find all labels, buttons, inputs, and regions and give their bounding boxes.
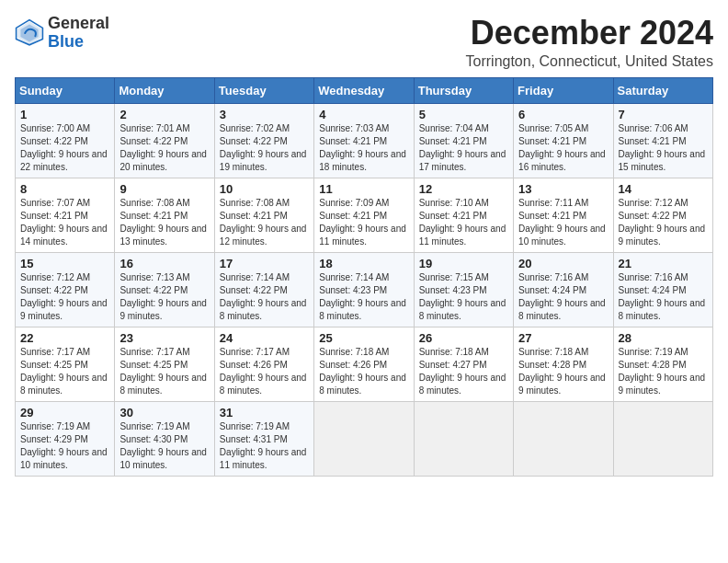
day-info: Sunrise: 7:07 AMSunset: 4:21 PMDaylight:… xyxy=(20,198,108,247)
calendar-cell: 3 Sunrise: 7:02 AMSunset: 4:22 PMDayligh… xyxy=(214,103,313,178)
day-info: Sunrise: 7:16 AMSunset: 4:24 PMDaylight:… xyxy=(518,272,606,321)
day-number: 20 xyxy=(518,257,608,270)
weekday-header-row: SundayMondayTuesdayWednesdayThursdayFrid… xyxy=(16,77,713,103)
day-number: 11 xyxy=(319,182,408,196)
calendar-cell: 29 Sunrise: 7:19 AMSunset: 4:29 PMDaylig… xyxy=(16,401,115,476)
day-number: 10 xyxy=(220,182,309,196)
day-info: Sunrise: 7:19 AMSunset: 4:29 PMDaylight:… xyxy=(20,421,108,470)
calendar-cell: 11 Sunrise: 7:09 AMSunset: 4:21 PMDaylig… xyxy=(314,178,414,252)
calendar-cell xyxy=(314,401,414,476)
calendar-week-3: 15 Sunrise: 7:12 AMSunset: 4:22 PMDaylig… xyxy=(16,252,713,327)
day-info: Sunrise: 7:14 AMSunset: 4:22 PMDaylight:… xyxy=(220,272,307,321)
calendar-cell: 7 Sunrise: 7:06 AMSunset: 4:21 PMDayligh… xyxy=(613,103,712,178)
month-title: December 2024 xyxy=(466,15,713,52)
calendar-cell: 27 Sunrise: 7:18 AMSunset: 4:28 PMDaylig… xyxy=(514,327,613,401)
day-info: Sunrise: 7:18 AMSunset: 4:28 PMDaylight:… xyxy=(518,347,606,396)
day-info: Sunrise: 7:11 AMSunset: 4:21 PMDaylight:… xyxy=(518,198,606,247)
calendar-week-5: 29 Sunrise: 7:19 AMSunset: 4:29 PMDaylig… xyxy=(16,401,713,476)
weekday-header-thursday: Thursday xyxy=(414,77,513,103)
weekday-header-sunday: Sunday xyxy=(16,77,115,103)
calendar-cell: 4 Sunrise: 7:03 AMSunset: 4:21 PMDayligh… xyxy=(314,103,414,178)
day-info: Sunrise: 7:09 AMSunset: 4:21 PMDaylight:… xyxy=(319,198,406,247)
day-number: 27 xyxy=(518,331,608,345)
day-info: Sunrise: 7:19 AMSunset: 4:28 PMDaylight:… xyxy=(619,347,706,396)
calendar-week-2: 8 Sunrise: 7:07 AMSunset: 4:21 PMDayligh… xyxy=(16,178,713,252)
calendar-cell: 15 Sunrise: 7:12 AMSunset: 4:22 PMDaylig… xyxy=(16,252,115,327)
day-info: Sunrise: 7:10 AMSunset: 4:21 PMDaylight:… xyxy=(419,198,506,247)
day-number: 28 xyxy=(619,331,708,345)
day-number: 25 xyxy=(319,331,408,345)
calendar-cell: 12 Sunrise: 7:10 AMSunset: 4:21 PMDaylig… xyxy=(414,178,513,252)
calendar-cell: 21 Sunrise: 7:16 AMSunset: 4:24 PMDaylig… xyxy=(613,252,712,327)
day-info: Sunrise: 7:04 AMSunset: 4:21 PMDaylight:… xyxy=(419,123,506,172)
title-area: December 2024 Torrington, Connecticut, U… xyxy=(466,15,713,70)
calendar-cell: 8 Sunrise: 7:07 AMSunset: 4:21 PMDayligh… xyxy=(16,178,115,252)
day-number: 4 xyxy=(319,108,408,121)
day-number: 18 xyxy=(319,257,408,270)
day-info: Sunrise: 7:00 AMSunset: 4:22 PMDaylight:… xyxy=(20,123,108,172)
day-number: 7 xyxy=(619,108,708,121)
day-info: Sunrise: 7:03 AMSunset: 4:21 PMDaylight:… xyxy=(319,123,406,172)
logo: General Blue xyxy=(15,15,109,52)
day-number: 15 xyxy=(20,257,109,270)
calendar-cell: 1 Sunrise: 7:00 AMSunset: 4:22 PMDayligh… xyxy=(16,103,115,178)
location-title: Torrington, Connecticut, United States xyxy=(466,53,713,70)
weekday-header-friday: Friday xyxy=(514,77,613,103)
day-info: Sunrise: 7:01 AMSunset: 4:22 PMDaylight:… xyxy=(119,123,207,172)
day-number: 31 xyxy=(220,406,309,419)
calendar-cell: 25 Sunrise: 7:18 AMSunset: 4:26 PMDaylig… xyxy=(314,327,414,401)
day-number: 9 xyxy=(119,182,209,196)
calendar-cell xyxy=(613,401,712,476)
day-number: 23 xyxy=(119,331,209,345)
day-info: Sunrise: 7:19 AMSunset: 4:30 PMDaylight:… xyxy=(119,421,207,470)
logo-icon xyxy=(15,18,44,48)
day-info: Sunrise: 7:12 AMSunset: 4:22 PMDaylight:… xyxy=(619,198,706,247)
day-info: Sunrise: 7:08 AMSunset: 4:21 PMDaylight:… xyxy=(220,198,307,247)
calendar-cell: 6 Sunrise: 7:05 AMSunset: 4:21 PMDayligh… xyxy=(514,103,613,178)
calendar-cell: 17 Sunrise: 7:14 AMSunset: 4:22 PMDaylig… xyxy=(214,252,313,327)
day-info: Sunrise: 7:02 AMSunset: 4:22 PMDaylight:… xyxy=(220,123,307,172)
day-info: Sunrise: 7:14 AMSunset: 4:23 PMDaylight:… xyxy=(319,272,406,321)
day-number: 1 xyxy=(20,108,109,121)
day-info: Sunrise: 7:17 AMSunset: 4:25 PMDaylight:… xyxy=(119,347,207,396)
day-info: Sunrise: 7:17 AMSunset: 4:26 PMDaylight:… xyxy=(220,347,307,396)
day-number: 17 xyxy=(220,257,309,270)
day-number: 5 xyxy=(419,108,508,121)
calendar-cell: 16 Sunrise: 7:13 AMSunset: 4:22 PMDaylig… xyxy=(115,252,214,327)
day-number: 6 xyxy=(518,108,608,121)
day-info: Sunrise: 7:13 AMSunset: 4:22 PMDaylight:… xyxy=(119,272,207,321)
weekday-header-monday: Monday xyxy=(115,77,214,103)
calendar-cell: 5 Sunrise: 7:04 AMSunset: 4:21 PMDayligh… xyxy=(414,103,513,178)
day-number: 2 xyxy=(119,108,209,121)
logo-blue: Blue xyxy=(48,32,84,51)
weekday-header-wednesday: Wednesday xyxy=(314,77,414,103)
calendar-week-1: 1 Sunrise: 7:00 AMSunset: 4:22 PMDayligh… xyxy=(16,103,713,178)
day-info: Sunrise: 7:16 AMSunset: 4:24 PMDaylight:… xyxy=(619,272,706,321)
calendar-cell: 23 Sunrise: 7:17 AMSunset: 4:25 PMDaylig… xyxy=(115,327,214,401)
day-info: Sunrise: 7:19 AMSunset: 4:31 PMDaylight:… xyxy=(220,421,307,470)
day-info: Sunrise: 7:15 AMSunset: 4:23 PMDaylight:… xyxy=(419,272,506,321)
calendar-week-4: 22 Sunrise: 7:17 AMSunset: 4:25 PMDaylig… xyxy=(16,327,713,401)
day-number: 16 xyxy=(119,257,209,270)
weekday-header-saturday: Saturday xyxy=(613,77,712,103)
calendar-cell: 20 Sunrise: 7:16 AMSunset: 4:24 PMDaylig… xyxy=(514,252,613,327)
day-number: 14 xyxy=(619,182,708,196)
day-info: Sunrise: 7:18 AMSunset: 4:26 PMDaylight:… xyxy=(319,347,406,396)
day-number: 22 xyxy=(20,331,109,345)
day-info: Sunrise: 7:05 AMSunset: 4:21 PMDaylight:… xyxy=(518,123,606,172)
calendar-cell: 24 Sunrise: 7:17 AMSunset: 4:26 PMDaylig… xyxy=(214,327,313,401)
day-number: 19 xyxy=(419,257,508,270)
day-info: Sunrise: 7:12 AMSunset: 4:22 PMDaylight:… xyxy=(20,272,108,321)
day-info: Sunrise: 7:08 AMSunset: 4:21 PMDaylight:… xyxy=(119,198,207,247)
logo-general: General xyxy=(48,14,109,32)
day-info: Sunrise: 7:17 AMSunset: 4:25 PMDaylight:… xyxy=(20,347,108,396)
day-number: 26 xyxy=(419,331,508,345)
day-number: 8 xyxy=(20,182,109,196)
day-number: 3 xyxy=(220,108,309,121)
calendar-cell: 14 Sunrise: 7:12 AMSunset: 4:22 PMDaylig… xyxy=(613,178,712,252)
calendar-cell: 2 Sunrise: 7:01 AMSunset: 4:22 PMDayligh… xyxy=(115,103,214,178)
calendar-cell: 30 Sunrise: 7:19 AMSunset: 4:30 PMDaylig… xyxy=(115,401,214,476)
calendar-cell: 13 Sunrise: 7:11 AMSunset: 4:21 PMDaylig… xyxy=(514,178,613,252)
day-number: 13 xyxy=(518,182,608,196)
calendar-cell: 26 Sunrise: 7:18 AMSunset: 4:27 PMDaylig… xyxy=(414,327,513,401)
